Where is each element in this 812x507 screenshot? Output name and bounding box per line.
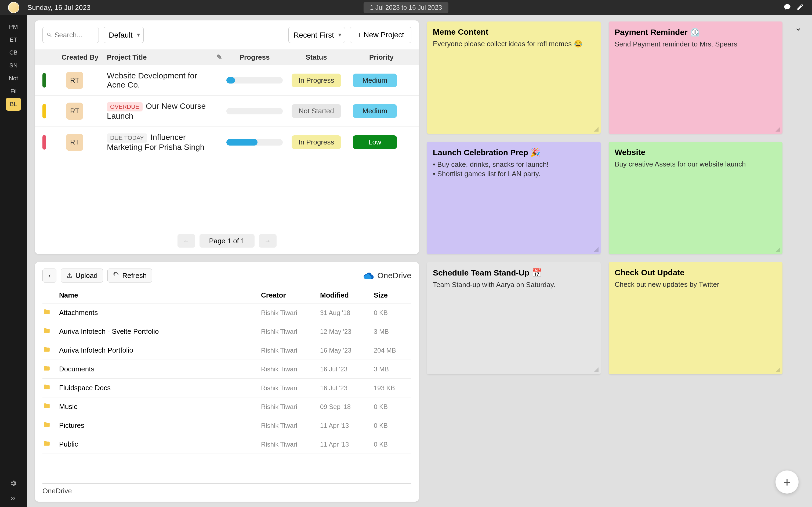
file-row[interactable]: PublicRishik Tiwari11 Apr '130 KB [43,435,411,454]
collapse-notes-icon[interactable]: ⌄ [795,22,802,33]
sidebar-item-fil[interactable]: Fil [6,85,21,98]
sidebar-item-not[interactable]: Not [6,72,21,85]
col-progress: Progress [222,53,287,61]
note-title: Website [615,148,776,157]
file-size: 0 KB [374,403,411,410]
file-name: Public [59,440,261,448]
file-row[interactable]: Auriva Infotech - Svelte PortfolioRishik… [43,322,411,341]
page-next-button[interactable]: → [259,234,277,247]
resize-handle[interactable] [593,246,599,252]
file-modified: 16 May '23 [320,347,374,354]
file-size: 204 MB [374,347,411,354]
resize-handle[interactable] [593,126,599,132]
sticky-note[interactable]: WebsiteBuy creative Assets for our websi… [609,142,782,254]
upload-button[interactable]: Upload [61,269,103,282]
file-row[interactable]: AttachmentsRishik Tiwari31 Aug '180 KB [43,303,411,322]
note-body: Everyone please collect ideas for rofl m… [433,39,595,49]
note-body: Send Payment reminder to Mrs. Spears [615,40,776,49]
progress-cell [222,139,287,146]
status-badge: Not Started [292,104,341,118]
progress-cell [222,108,287,114]
expand-sidebar-icon[interactable] [8,493,19,504]
project-title: OVERDUEOur New Course Launch [107,102,222,121]
refresh-button[interactable]: Refresh [107,269,152,282]
date-range-selector[interactable]: 1 Jul 2023 to 16 Jul 2023 [363,2,449,13]
project-row[interactable]: RTWebsite Development for Acne Co.In Pro… [35,65,419,96]
edit-icon[interactable] [797,3,804,12]
priority-indicator [43,104,46,118]
chat-icon[interactable] [784,3,791,12]
sticky-note[interactable]: Meme ContentEveryone please collect idea… [427,21,601,134]
files-back-button[interactable]: ‹ [43,269,56,282]
sticky-note[interactable]: Check Out UpdateCheck out new updates by… [609,262,782,374]
resize-handle[interactable] [775,246,781,252]
fcol-name: Name [59,291,261,299]
file-name: Pictures [59,421,261,430]
status-badge: In Progress [292,135,341,149]
settings-icon[interactable] [8,478,19,489]
sticky-note[interactable]: Payment Reminder ⏲️Send Payment reminder… [609,21,782,134]
sticky-note[interactable]: Launch Celebration Prep 🎉• Buy cake, dri… [427,142,601,254]
filter-select[interactable]: Default [104,27,143,43]
resize-handle[interactable] [775,126,781,132]
sort-select[interactable]: Recent First [288,27,345,43]
resize-handle[interactable] [593,367,599,373]
edit-columns-icon[interactable]: ✎ [217,53,222,61]
col-status: Status [287,53,346,61]
file-row[interactable]: DocumentsRishik Tiwari16 Jul '233 MB [43,360,411,379]
file-row[interactable]: Auriva Infotech PortfolioRishik Tiwari16… [43,341,411,360]
search-input[interactable] [55,31,92,39]
sticky-note[interactable]: Schedule Team Stand-Up 📅Team Stand-up wi… [427,262,601,374]
file-name: Fluidspace Docs [59,384,261,392]
sidebar-item-pm[interactable]: PM [6,20,21,33]
page-prev-button[interactable]: ← [177,234,195,247]
note-title: Schedule Team Stand-Up 📅 [433,268,595,277]
sidebar-item-et[interactable]: ET [6,33,21,46]
file-modified: 11 Apr '13 [320,422,374,430]
storage-provider-label: OneDrive [363,271,411,280]
file-size: 3 MB [374,328,411,335]
project-row[interactable]: RTDUE TODAYInfluencer Marketing For Pris… [35,127,419,158]
col-createdby: Created By [53,53,107,61]
search-icon [47,32,52,38]
fcol-modified: Modified [320,291,374,299]
file-name: Music [59,402,261,411]
file-modified: 16 Jul '23 [320,365,374,373]
projects-table-header: Created By Project Title✎ Progress Statu… [35,49,419,65]
pagination: ← Page 1 of 1 → [43,226,411,247]
sidebar-item-cb[interactable]: CB [6,46,21,59]
sidebar-item-sn[interactable]: SN [6,59,21,72]
priority-indicator [43,73,46,88]
sidebar-item-bl[interactable]: BL [6,98,21,111]
file-creator: Rishik Tiwari [261,309,320,317]
note-title: Launch Celebration Prep 🎉 [433,148,595,157]
project-row[interactable]: RTOVERDUEOur New Course LaunchNot Starte… [35,96,419,127]
note-title: Meme Content [433,27,595,37]
folder-icon [43,384,51,390]
folder-icon [43,365,51,372]
files-breadcrumb[interactable]: OneDrive [43,484,411,495]
resize-handle[interactable] [775,367,781,373]
folder-icon [43,308,51,315]
file-name: Auriva Infotech - Svelte Portfolio [59,327,261,336]
file-row[interactable]: MusicRishik Tiwari09 Sep '180 KB [43,397,411,416]
note-body: Check out new updates by Twitter [615,280,776,289]
file-size: 193 KB [374,384,411,392]
file-size: 3 MB [374,365,411,373]
file-creator: Rishik Tiwari [261,347,320,354]
folder-icon [43,402,51,409]
new-project-button[interactable]: + New Project [350,27,411,43]
project-search[interactable] [43,27,99,43]
user-avatar[interactable] [8,2,19,13]
files-table-header: Name Creator Modified Size [43,287,411,303]
file-creator: Rishik Tiwari [261,403,320,410]
priority-badge: Medium [353,104,397,118]
fcol-size: Size [374,291,411,299]
add-note-button[interactable]: + [775,470,799,494]
priority-indicator [43,135,46,150]
note-body: Buy creative Assets for our website laun… [615,160,776,169]
main-content: Default Recent First + New Project Creat… [27,15,812,507]
file-row[interactable]: PicturesRishik Tiwari11 Apr '130 KB [43,416,411,435]
file-row[interactable]: Fluidspace DocsRishik Tiwari16 Jul '2319… [43,379,411,397]
file-creator: Rishik Tiwari [261,384,320,392]
